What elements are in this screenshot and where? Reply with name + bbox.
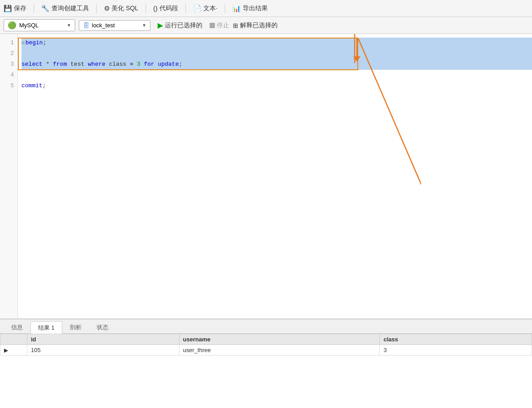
explain-label: 解释已选择的 xyxy=(240,21,278,30)
toolbar-divider-1 xyxy=(34,4,34,13)
code-snippet-label: 代码段 xyxy=(159,4,178,13)
export-label: 导出结果 xyxy=(243,4,268,13)
table-header-row: id username class xyxy=(0,334,532,345)
line-num-2: 2 xyxy=(0,48,17,59)
tab-status-label: 状态 xyxy=(97,323,108,332)
stop-button[interactable]: 停止 xyxy=(210,21,229,30)
tab-info-label: 信息 xyxy=(11,323,23,332)
save-label: 保存 xyxy=(14,4,26,13)
db-type-dropdown[interactable]: 🟢 MySQL ▼ xyxy=(4,19,75,31)
tab-result1[interactable]: 结果 1 xyxy=(30,321,62,334)
th-id: id xyxy=(27,334,180,345)
line-num-1: 1 xyxy=(0,38,17,48)
kw-update: update xyxy=(158,59,179,70)
code-line-4 xyxy=(21,70,532,81)
kw-where: where xyxy=(88,59,105,70)
bottom-panel: 信息 结果 1 剖析 状态 id username class ▶ xyxy=(0,319,532,408)
mysql-icon: 🟢 xyxy=(8,21,17,30)
kw-for: for xyxy=(144,59,154,70)
th-class: class xyxy=(380,334,532,345)
cell-class: 3 xyxy=(380,345,532,356)
db-icon: 🗄 xyxy=(83,22,89,29)
connection-bar: 🟢 MySQL ▼ 🗄 lock_test ▼ ▶ 运行已选择的 停止 ⊞ 解释… xyxy=(0,17,532,34)
db-name-label: lock_test xyxy=(92,22,115,29)
code-editor[interactable]: ⊟begin; select * from test where class =… xyxy=(18,34,532,319)
tab-status[interactable]: 状态 xyxy=(89,321,116,333)
db-type-arrow-icon: ▼ xyxy=(67,23,71,28)
kw-commit: commit xyxy=(21,81,43,91)
beautify-label: 美化 SQL xyxy=(112,4,138,13)
toolbar-save[interactable]: 💾 保存 xyxy=(4,4,26,13)
toolbar-divider-5 xyxy=(225,4,225,13)
ident-class: class xyxy=(109,59,126,70)
results-table: id username class ▶ 105 user_three 3 xyxy=(0,334,532,356)
cell-id: 105 xyxy=(27,345,180,356)
code-line-5: commit; xyxy=(21,81,532,91)
ident-test: test xyxy=(70,59,84,70)
text-icon: 📄 xyxy=(193,4,202,13)
run-selected-label: 运行已选择的 xyxy=(165,21,202,30)
results-table-wrap: id username class ▶ 105 user_three 3 xyxy=(0,334,532,408)
stop-label: 停止 xyxy=(217,21,229,30)
line-num-3: 3 xyxy=(0,59,17,70)
punct-3: ; xyxy=(179,59,182,70)
toolbar-divider-2 xyxy=(96,4,97,13)
code-snippet-icon: () xyxy=(153,4,158,12)
line-num-5: 5 xyxy=(0,81,17,91)
explain-button[interactable]: ⊞ 解释已选择的 xyxy=(233,21,278,30)
cell-username: user_three xyxy=(179,345,380,356)
editor-area: 1 2 3 4 5 ⊟begin; select * from test whe… xyxy=(0,34,532,319)
code-line-3: select * from test where class = 3 for u… xyxy=(21,59,532,70)
th-indicator xyxy=(0,334,27,345)
tab-profiling-label: 剖析 xyxy=(70,323,82,332)
toolbar-query-builder[interactable]: 🔧 查询创建工具 xyxy=(41,4,89,13)
code-line-1: ⊟begin; xyxy=(21,38,532,48)
kw-begin: begin xyxy=(26,38,43,48)
explain-icon: ⊞ xyxy=(233,22,238,29)
export-icon: 📊 xyxy=(232,4,241,13)
toolbar-text[interactable]: 📄 文本· xyxy=(193,4,218,13)
db-name-dropdown[interactable]: 🗄 lock_test ▼ xyxy=(79,20,150,31)
table-row: ▶ 105 user_three 3 xyxy=(0,345,532,356)
th-username: username xyxy=(179,334,380,345)
punct-1: ; xyxy=(43,38,47,48)
run-selected-button[interactable]: ▶ 运行已选择的 xyxy=(154,19,206,31)
fold-marker-1: ⊟ xyxy=(21,38,25,48)
kw-select: select xyxy=(21,59,43,70)
stop-square-icon xyxy=(210,23,215,28)
bottom-tabs: 信息 结果 1 剖析 状态 xyxy=(0,319,532,334)
db-name-arrow-icon: ▼ xyxy=(142,23,146,28)
query-builder-icon: 🔧 xyxy=(41,4,50,13)
tab-profiling[interactable]: 剖析 xyxy=(62,321,89,333)
toolbar-divider-3 xyxy=(146,4,146,13)
toolbar-divider-4 xyxy=(185,4,186,13)
toolbar-export[interactable]: 📊 导出结果 xyxy=(232,4,268,13)
op-star: * xyxy=(46,59,50,70)
db-type-label: MySQL xyxy=(19,22,39,29)
run-icon: ▶ xyxy=(158,21,163,30)
query-builder-label: 查询创建工具 xyxy=(51,4,89,13)
tab-info[interactable]: 信息 xyxy=(4,321,30,333)
row-indicator: ▶ xyxy=(0,345,27,356)
beautify-icon: ⚙ xyxy=(104,4,110,13)
line-num-4: 4 xyxy=(0,70,17,81)
punct-5: ; xyxy=(43,81,46,91)
text-label: 文本· xyxy=(203,4,218,13)
save-icon: 💾 xyxy=(4,4,12,13)
toolbar-code-snippet[interactable]: () 代码段 xyxy=(153,4,178,13)
kw-from: from xyxy=(53,59,67,70)
tab-result1-label: 结果 1 xyxy=(38,324,55,332)
num-3: 3 xyxy=(137,59,141,70)
toolbar-beautify-sql[interactable]: ⚙ 美化 SQL xyxy=(104,4,138,13)
toolbar: 💾 保存 🔧 查询创建工具 ⚙ 美化 SQL () 代码段 📄 文本· 📊 导出… xyxy=(0,0,532,17)
code-line-2 xyxy=(21,48,532,59)
line-numbers: 1 2 3 4 5 xyxy=(0,34,18,319)
